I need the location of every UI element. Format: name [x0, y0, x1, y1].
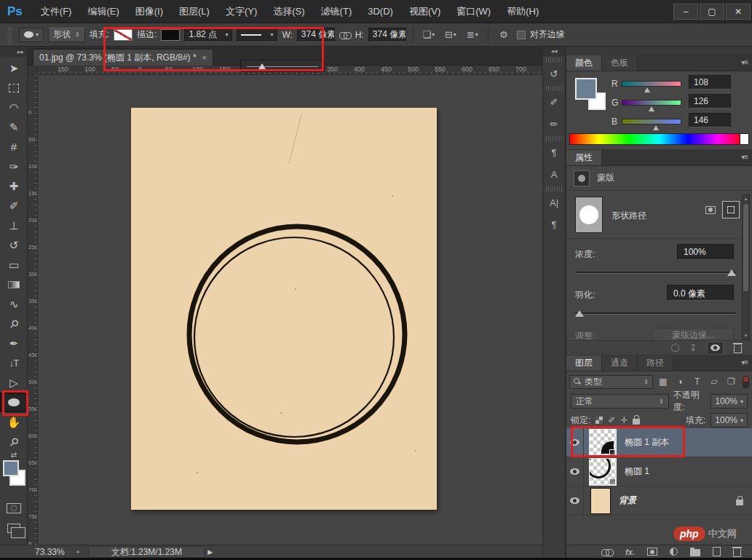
- layer-filter-select[interactable]: 类型 ⇕: [569, 375, 653, 389]
- slider-thumb[interactable]: [258, 63, 266, 69]
- current-tool-chip[interactable]: ▾: [19, 28, 44, 42]
- screen-mode-button[interactable]: [0, 518, 28, 538]
- feather-slider[interactable]: [575, 312, 736, 315]
- slider-thumb[interactable]: [649, 106, 654, 111]
- properties-scrollbar[interactable]: ▴ ▾: [742, 194, 750, 340]
- layer-thumbnail[interactable]: [590, 459, 616, 485]
- spot-healing-brush-tool[interactable]: ✚: [0, 176, 28, 196]
- lock-pixels-icon[interactable]: ✐: [608, 415, 615, 425]
- slider-thumb[interactable]: [644, 87, 650, 92]
- filter-toggle-switch[interactable]: [743, 376, 749, 388]
- menu-type[interactable]: 文字(Y): [218, 0, 265, 23]
- add-layer-mask-icon[interactable]: [647, 548, 657, 556]
- layer-thumbnail[interactable]: [590, 430, 616, 456]
- menu-filter[interactable]: 滤镜(T): [313, 0, 360, 23]
- red-value-input[interactable]: 108: [689, 75, 731, 90]
- layer-style-icon[interactable]: fx.: [625, 548, 635, 556]
- feather-value[interactable]: 0.0 像素: [667, 285, 734, 301]
- layer-row-ellipse-copy[interactable]: 椭圆 1 副本: [566, 428, 752, 457]
- new-group-icon[interactable]: [690, 549, 700, 556]
- menu-select[interactable]: 选择(S): [265, 0, 312, 23]
- character-styles-panel-icon[interactable]: A: [543, 163, 565, 185]
- fill-swatch-no-fill[interactable]: [114, 29, 132, 41]
- white-chip[interactable]: [740, 134, 748, 144]
- path-alignment-button[interactable]: ⊟▾: [442, 28, 459, 42]
- clone-stamp-tool[interactable]: ⊥: [0, 216, 28, 235]
- panel-menu-icon[interactable]: ▾≡: [741, 358, 748, 366]
- layer-thumbnail[interactable]: [591, 489, 610, 513]
- lock-all-icon[interactable]: [633, 419, 640, 425]
- panel-menu-icon[interactable]: ▾≡: [741, 153, 748, 161]
- tab-layers[interactable]: 图层: [566, 355, 602, 371]
- menu-layer[interactable]: 图层(L): [171, 0, 218, 23]
- ellipse-tool-selected[interactable]: [0, 393, 28, 412]
- link-dimensions-icon[interactable]: [339, 31, 351, 39]
- filter-pixel-layers-icon[interactable]: ▦: [656, 376, 670, 387]
- density-value[interactable]: 100%: [677, 244, 734, 260]
- menu-view[interactable]: 视图(V): [401, 0, 448, 23]
- eyedropper-tool[interactable]: ✑: [0, 157, 28, 176]
- link-layers-icon[interactable]: [601, 548, 613, 556]
- layer-row-ellipse[interactable]: 椭圆 1: [566, 457, 752, 486]
- tab-paths[interactable]: 路径: [638, 355, 673, 371]
- filter-type-layers-icon[interactable]: T: [690, 376, 704, 387]
- scrollbar-thumb[interactable]: [743, 204, 748, 291]
- stroke-width-input[interactable]: 1.82 点 ▾: [184, 28, 232, 42]
- green-value-input[interactable]: 126: [689, 94, 731, 109]
- slider-thumb[interactable]: [575, 310, 584, 317]
- gradient-tool[interactable]: [0, 275, 28, 294]
- tab-color[interactable]: 颜色: [566, 55, 602, 71]
- smudge-tool[interactable]: ∿: [0, 294, 28, 314]
- quick-mask-button[interactable]: [0, 498, 28, 518]
- path-selection-tool[interactable]: ▷: [0, 373, 28, 393]
- apply-mask-icon[interactable]: ↧: [689, 343, 697, 353]
- color-spectrum-ramp[interactable]: [569, 133, 749, 145]
- geometry-options-button[interactable]: ⚙: [495, 28, 512, 42]
- move-tool[interactable]: ➤: [0, 58, 28, 78]
- minimize-button[interactable]: –: [673, 4, 698, 20]
- type-tool[interactable]: ↓T: [0, 353, 28, 373]
- add-pixel-mask-button[interactable]: [702, 201, 719, 218]
- layer-name[interactable]: 椭圆 1: [625, 465, 649, 478]
- character-panel-icon[interactable]: A|: [543, 192, 565, 213]
- document-canvas[interactable]: [131, 108, 437, 510]
- options-grip[interactable]: [7, 26, 12, 44]
- filter-shape-layers-icon[interactable]: ▱: [707, 376, 721, 387]
- slider-thumb[interactable]: [727, 269, 736, 276]
- tab-swatches[interactable]: 色板: [602, 55, 638, 71]
- swap-colors-button[interactable]: ⇄: [0, 449, 28, 460]
- maximize-button[interactable]: ▢: [700, 4, 724, 20]
- density-slider[interactable]: [575, 272, 736, 274]
- rectangular-marquee-tool[interactable]: [0, 78, 28, 98]
- pen-tool[interactable]: ✒: [0, 334, 28, 353]
- brush-presets-panel-icon[interactable]: ✏: [543, 113, 565, 135]
- blue-value-input[interactable]: 146: [689, 113, 731, 127]
- load-selection-icon[interactable]: [671, 344, 679, 352]
- delete-mask-icon[interactable]: [734, 345, 742, 353]
- delete-layer-icon[interactable]: [733, 549, 741, 557]
- lasso-tool[interactable]: ◠: [0, 98, 28, 117]
- status-options-arrow[interactable]: ▶: [207, 548, 213, 556]
- opacity-input[interactable]: 100% ▾: [711, 394, 748, 409]
- layer-name[interactable]: 背景: [619, 494, 636, 507]
- path-operations-button[interactable]: ❏▾: [420, 28, 438, 42]
- menu-edit[interactable]: 编辑(E): [79, 0, 127, 23]
- filter-adjustment-layers-icon[interactable]: ◑: [673, 376, 686, 387]
- dock-collapse-button[interactable]: ◂◂: [543, 47, 565, 56]
- dodge-tool[interactable]: ⚲: [0, 314, 28, 334]
- crop-tool[interactable]: #: [0, 137, 28, 157]
- visibility-cell[interactable]: [566, 457, 584, 486]
- blue-slider[interactable]: [622, 119, 681, 125]
- menu-help[interactable]: 帮助(H): [499, 0, 547, 23]
- adjustment-layer-icon[interactable]: [670, 548, 678, 556]
- shape-path-thumbnail[interactable]: [575, 197, 603, 233]
- path-arrangement-button[interactable]: ≣▾: [464, 28, 481, 42]
- zoom-level[interactable]: 73.33%: [35, 547, 65, 557]
- slider-thumb[interactable]: [653, 125, 659, 130]
- lock-position-icon[interactable]: ✛: [620, 415, 628, 425]
- green-slider[interactable]: [622, 100, 681, 106]
- height-input[interactable]: 374 像素: [368, 28, 406, 42]
- quick-selection-tool[interactable]: ✎: [0, 117, 28, 137]
- tab-channels[interactable]: 通道: [602, 355, 638, 371]
- hand-tool[interactable]: ✋: [0, 412, 28, 432]
